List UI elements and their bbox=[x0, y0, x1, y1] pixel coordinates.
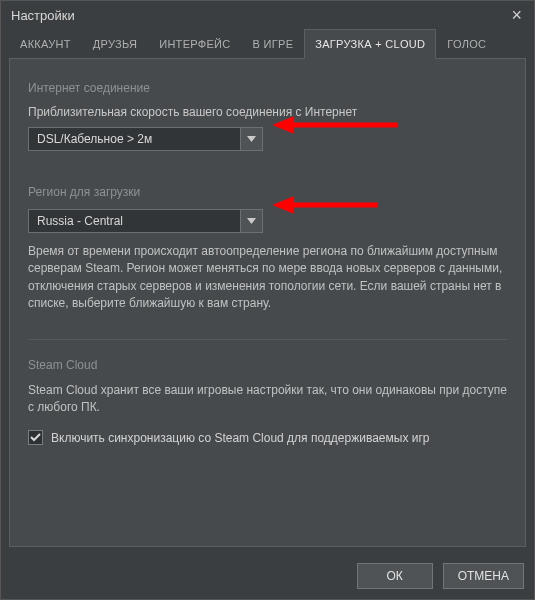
chevron-down-icon bbox=[240, 210, 262, 232]
connection-speed-label: Приблизительная скорость вашего соединен… bbox=[28, 105, 507, 119]
region-help-text: Время от времени происходит автоопределе… bbox=[28, 243, 507, 313]
button-label: ОК bbox=[386, 569, 402, 583]
tab-label: АККАУНТ bbox=[20, 38, 71, 50]
tab-label: ГОЛОС bbox=[447, 38, 486, 50]
settings-window: Настройки × АККАУНТ ДРУЗЬЯ ИНТЕРФЕЙС В И… bbox=[0, 0, 535, 600]
tab-interface[interactable]: ИНТЕРФЕЙС bbox=[148, 29, 241, 59]
ok-button[interactable]: ОК bbox=[357, 563, 433, 589]
tab-downloads-cloud[interactable]: ЗАГРУЗКА + CLOUD bbox=[304, 29, 436, 59]
connection-speed-dropdown[interactable]: DSL/Кабельное > 2м bbox=[28, 127, 263, 151]
cloud-heading: Steam Cloud bbox=[28, 358, 507, 372]
tab-voice[interactable]: ГОЛОС bbox=[436, 29, 497, 59]
checkbox-checked-icon[interactable] bbox=[28, 430, 43, 445]
titlebar: Настройки × bbox=[1, 1, 534, 29]
tab-label: ДРУЗЬЯ bbox=[93, 38, 137, 50]
tab-friends[interactable]: ДРУЗЬЯ bbox=[82, 29, 148, 59]
cancel-button[interactable]: ОТМЕНА bbox=[443, 563, 524, 589]
settings-panel: Интернет соединение Приблизительная скор… bbox=[9, 58, 526, 547]
cloud-sync-checkbox-row[interactable]: Включить синхронизацию со Steam Cloud дл… bbox=[28, 430, 507, 445]
button-label: ОТМЕНА bbox=[458, 569, 509, 583]
tab-label: ЗАГРУЗКА + CLOUD bbox=[315, 38, 425, 50]
internet-heading: Интернет соединение bbox=[28, 81, 507, 95]
tab-ingame[interactable]: В ИГРЕ bbox=[242, 29, 305, 59]
cloud-sync-label: Включить синхронизацию со Steam Cloud дл… bbox=[51, 431, 429, 445]
divider bbox=[28, 339, 507, 340]
dialog-footer: ОК ОТМЕНА bbox=[1, 555, 534, 599]
tab-label: ИНТЕРФЕЙС bbox=[159, 38, 230, 50]
tab-bar: АККАУНТ ДРУЗЬЯ ИНТЕРФЕЙС В ИГРЕ ЗАГРУЗКА… bbox=[1, 29, 534, 59]
download-region-value: Russia - Central bbox=[29, 214, 240, 228]
connection-speed-value: DSL/Кабельное > 2м bbox=[29, 132, 240, 146]
window-title: Настройки bbox=[11, 8, 75, 23]
close-icon[interactable]: × bbox=[507, 6, 526, 24]
chevron-down-icon bbox=[240, 128, 262, 150]
cloud-description: Steam Cloud хранит все ваши игровые наст… bbox=[28, 382, 507, 417]
tab-account[interactable]: АККАУНТ bbox=[9, 29, 82, 59]
tab-label: В ИГРЕ bbox=[253, 38, 294, 50]
download-region-dropdown[interactable]: Russia - Central bbox=[28, 209, 263, 233]
region-heading: Регион для загрузки bbox=[28, 185, 507, 199]
